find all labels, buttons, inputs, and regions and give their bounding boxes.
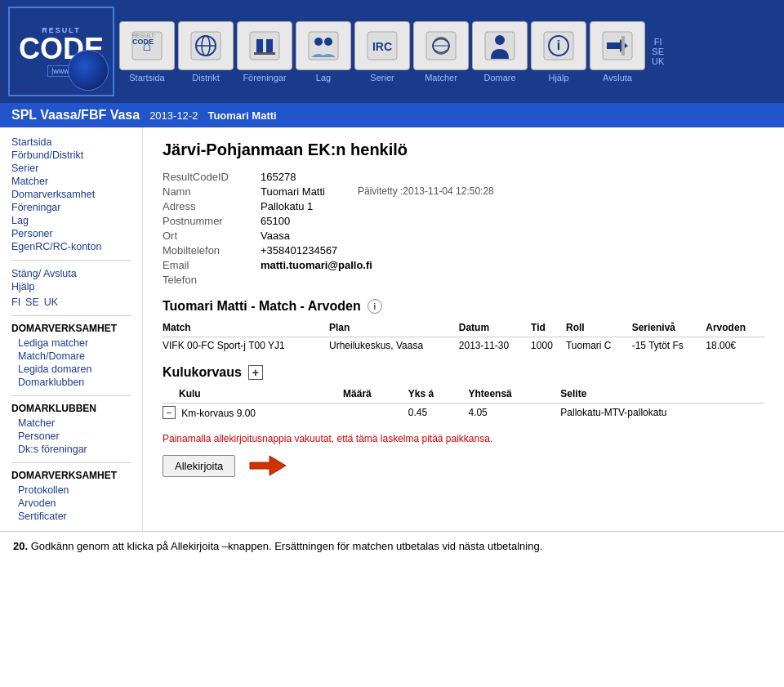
kulu-row-kulu: − Km-korvaus 9.00 — [163, 404, 343, 422]
stripe-name: Tuomari Matti — [207, 109, 276, 122]
stripe-date: 2013-12-2 — [149, 109, 198, 122]
series-icon: IRC — [354, 21, 410, 70]
logo: RESULT CODE |www| — [8, 7, 114, 96]
col-roll: Roll — [566, 320, 632, 337]
sidebar-item-lag[interactable]: Lag — [11, 214, 131, 227]
info-row-telefon: Telefon — [163, 274, 764, 286]
sidebar-section-domarklubben: DOMARKLUBBEN — [11, 403, 131, 414]
sidebar-lang-fi[interactable]: FI — [11, 296, 20, 309]
sidebar-item-startsida[interactable]: Startsida — [11, 136, 131, 149]
nav-startsida-label: Startsida — [129, 73, 164, 83]
svg-point-13 — [314, 38, 323, 46]
sidebar-item-serier[interactable]: Serier — [11, 162, 131, 175]
nav-domare[interactable]: Domare — [472, 21, 528, 83]
svg-rect-8 — [250, 32, 279, 60]
matches-icon — [413, 21, 469, 70]
help-icon: i — [531, 21, 586, 70]
match-info-icon[interactable]: i — [368, 299, 382, 314]
warning-text: Painamalla allekirjoitusnappia vakuutat,… — [163, 433, 764, 444]
nav-lag[interactable]: Lag — [296, 21, 351, 83]
sidebar-item-lediga[interactable]: Lediga matcher — [18, 337, 131, 350]
value-mobil: +358401234567 — [261, 244, 337, 257]
sidebar-lang-se[interactable]: SE — [25, 296, 39, 309]
allekirjoita-row: Allekirjoita — [163, 454, 764, 477]
svg-text:IRC: IRC — [372, 40, 392, 53]
match-title-text: Tuomari Matti - Match - Arvoden — [163, 299, 361, 314]
sidebar-item-foreningar[interactable]: Föreningar — [11, 201, 131, 214]
match-row: VIFK 00-FC Sport-j T00 YJ1 Urheilukeskus… — [163, 337, 764, 355]
info-table: ResultCodeID 165278 Namn Tuomari Matti P… — [163, 171, 764, 286]
caption-number: 20. — [13, 540, 28, 552]
nav-serier-label: Serier — [370, 73, 394, 83]
sidebar-item-dksforeningar[interactable]: Dk:s föreningar — [18, 443, 131, 456]
match-row-serieniva: -15 Tytöt Fs — [632, 337, 706, 355]
lang-fi[interactable]: FI — [654, 37, 662, 47]
svg-rect-28 — [621, 36, 625, 56]
col-match: Match — [163, 320, 329, 337]
col-plan: Plan — [329, 320, 459, 337]
sidebar-item-egenrc[interactable]: EgenRC/RC-konton — [11, 240, 131, 253]
label-namn: Namn — [163, 185, 261, 198]
nav-startsida[interactable]: ⌂ RESULT CODE Startsida — [119, 21, 175, 83]
nav-distrikt[interactable]: Distrikt — [178, 21, 234, 83]
sidebar-item-matcher2[interactable]: Matcher — [18, 417, 131, 430]
page-title: Järvi-Pohjanmaan EK:n henkilö — [163, 141, 764, 159]
kulu-row-selite: Pallokatu-MTV-pallokatu — [560, 404, 764, 422]
sidebar-item-personer2[interactable]: Personer — [18, 430, 131, 443]
nav-domare-label: Domare — [483, 73, 515, 83]
kulu-remove-button[interactable]: − — [163, 406, 176, 419]
kulu-row-yksa: 0.45 — [408, 404, 469, 422]
nav-avsluta[interactable]: Avsluta — [590, 21, 645, 83]
col-tid: Tid — [531, 320, 566, 337]
match-section-title: Tuomari Matti - Match - Arvoden i — [163, 299, 764, 314]
district-icon — [178, 21, 234, 70]
svg-rect-10 — [266, 39, 273, 54]
match-table: Match Plan Datum Tid Roll Serienivå Arvo… — [163, 320, 764, 354]
sidebar-item-arvoden[interactable]: Arvoden — [18, 497, 131, 510]
sidebar-item-matchdomare[interactable]: Match/Domare — [18, 350, 131, 363]
sidebar-item-stang[interactable]: Stäng/ Avsluta — [11, 267, 131, 280]
sidebar-item-matcher[interactable]: Matcher — [11, 175, 131, 188]
lang-uk[interactable]: UK — [652, 56, 664, 66]
label-postnummer: Postnummer — [163, 215, 261, 227]
sidebar-item-forbund[interactable]: Förbund/Distrikt — [11, 149, 131, 162]
info-row-email: Email matti.tuomari@pallo.fi — [163, 259, 764, 271]
nav-serier[interactable]: IRC Serier — [354, 21, 410, 83]
kulu-row-maara — [343, 404, 408, 422]
language-selector: FI SE UK — [652, 37, 664, 66]
caption-text: Godkänn genom att klicka på Allekirjoita… — [31, 540, 543, 552]
value-postnummer: 65100 — [261, 215, 290, 227]
value-resultcodeid: 165278 — [261, 171, 296, 183]
nav-hjalp[interactable]: i Hjälp — [531, 21, 586, 83]
info-row-namn: Namn Tuomari Matti Päivitetty :2013-11-0… — [163, 185, 764, 198]
arrow-icon — [247, 454, 286, 477]
content-area: Järvi-Pohjanmaan EK:n henkilö ResultCode… — [143, 127, 784, 531]
kulu-add-button[interactable]: + — [248, 365, 263, 380]
sidebar-item-legida[interactable]: Legida domaren — [18, 363, 131, 376]
logo-globe — [68, 50, 109, 91]
nav-matcher[interactable]: Matcher — [413, 21, 469, 83]
lang-se[interactable]: SE — [652, 47, 664, 56]
allekirjoita-button[interactable]: Allekirjoita — [163, 455, 235, 477]
sidebar-lang-uk[interactable]: UK — [44, 296, 58, 309]
svg-rect-9 — [256, 39, 263, 54]
sidebar-item-hjalp[interactable]: Hjälp — [11, 280, 131, 293]
sidebar-item-sertificater[interactable]: Sertificater — [18, 510, 131, 523]
svg-text:CODE: CODE — [132, 38, 154, 46]
match-row-arvoden: 18.00€ — [706, 337, 764, 355]
nav-foreningar[interactable]: Föreningar — [237, 21, 292, 83]
sidebar-section-domarverksamhet-2: DOMARVERKSAMHET — [11, 470, 131, 481]
sidebar-item-domarverksamhet[interactable]: Domarverksamhet — [11, 188, 131, 201]
sidebar-item-domarklubben-link[interactable]: Domarklubben — [18, 376, 131, 389]
kulu-table: Kulu Määrä Yks á Yhteensä Selite − Km-ko… — [163, 386, 764, 422]
label-adress: Adress — [163, 200, 261, 212]
clubs-icon — [237, 21, 292, 70]
value-ort: Vaasa — [261, 230, 290, 242]
kulu-row-yhteensa: 4.05 — [468, 404, 560, 422]
sidebar-item-protokollen[interactable]: Protokollen — [18, 484, 131, 497]
nav-icons-area: ⌂ RESULT CODE Startsida Dis — [119, 21, 776, 83]
caption: 20. Godkänn genom att klicka på Allekirj… — [0, 531, 784, 560]
info-row-ort: Ort Vaasa — [163, 230, 764, 242]
blue-stripe: SPL Vaasa/FBF Vasa 2013-12-2 Tuomari Mat… — [0, 103, 784, 127]
sidebar-item-personer[interactable]: Personer — [11, 227, 131, 240]
